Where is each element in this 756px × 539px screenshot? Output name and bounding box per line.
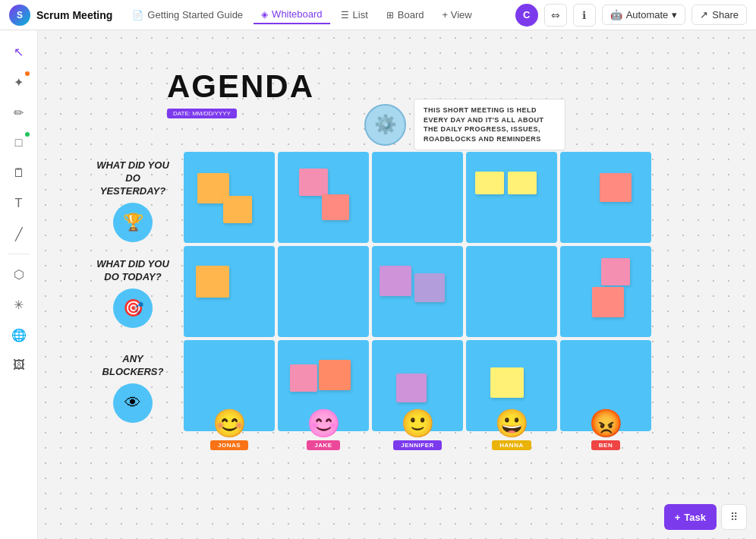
share-button[interactable]: ↗ Share — [691, 5, 747, 25]
row-label-blockers: ANY BLOCKERS? 👁 — [95, 353, 171, 423]
sticky-note — [414, 273, 445, 302]
cell-r0c4 — [560, 152, 651, 243]
gear-mascot-icon: ⚙️ — [364, 104, 406, 146]
agenda-title: AGENDA — [167, 68, 314, 105]
sidebar-ai-tool[interactable]: ✳ — [5, 291, 33, 318]
doc-icon: 📄 — [132, 10, 143, 20]
avatar-col-jake: 😊 Jake — [278, 410, 369, 450]
bottom-right-actions: + Task ⠿ — [664, 504, 747, 530]
cell-r0c3 — [466, 152, 557, 243]
app-title: Scrum Meeting — [36, 9, 112, 21]
sticky-note — [322, 194, 349, 220]
sidebar-text-tool[interactable]: T — [5, 190, 33, 217]
sidebar-globe-tool[interactable]: 🌐 — [5, 321, 33, 348]
info-icon[interactable]: ℹ — [573, 4, 596, 27]
chevron-down-icon: ▾ — [672, 9, 677, 20]
sticky-note — [600, 173, 632, 202]
sidebar-cursor-tool[interactable]: ↖ — [5, 38, 33, 65]
cell-r1c3 — [466, 246, 557, 337]
name-badge-ben: Ben — [591, 440, 620, 450]
avatar-col-jennifer: 🙂 Jennifer — [372, 410, 463, 450]
sticky-note — [223, 196, 252, 223]
smiley-jennifer: 🙂 — [401, 410, 435, 437]
topbar-right: C ⇔ ℹ 🤖 Automate ▾ ↗ Share — [515, 4, 747, 27]
cell-r1c0 — [184, 246, 275, 337]
sticky-note — [196, 266, 229, 298]
orange-dot — [25, 71, 30, 76]
sidebar-image-tool[interactable]: 🖼 — [5, 351, 33, 379]
sidebar-magic-tool[interactable]: ✦ — [5, 68, 33, 96]
name-badge-jennifer: Jennifer — [393, 440, 442, 450]
plus-icon: + — [675, 512, 681, 523]
whiteboard-icon: ◈ — [261, 9, 268, 20]
cell-r0c0 — [184, 152, 275, 243]
cell-r1c4 — [560, 246, 651, 337]
row-label-yesterday: WHAT DID YOU DO YESTERDAY? 🏆 — [95, 159, 171, 242]
share-icon: ↗ — [700, 9, 708, 20]
agenda-header: AGENDA DATE: MM/DD/YYYY — [167, 68, 314, 118]
automate-button[interactable]: 🤖 Automate ▾ — [602, 5, 686, 25]
board-icon: ⊞ — [386, 10, 394, 20]
sidebar-connect-tool[interactable]: ⬡ — [5, 260, 33, 288]
sidebar-pen-tool[interactable]: ✏ — [5, 99, 33, 126]
green-dot — [25, 132, 30, 137]
sticky-note — [490, 367, 524, 398]
sidebar-line-tool[interactable]: ╱ — [5, 220, 33, 247]
sticky-note — [508, 172, 537, 194]
avatar-row: 😊 Jonas 😊 Jake 🙂 Jennifer 😀 Hanna 😡 Ben — [184, 410, 651, 450]
sticky-note — [290, 364, 317, 392]
sticky-note — [475, 172, 504, 194]
smiley-ben: 😡 — [589, 410, 623, 437]
sidebar-shape-tool[interactable]: □ — [5, 129, 33, 156]
name-badge-hanna: Hanna — [492, 440, 531, 450]
sticky-note — [396, 374, 427, 402]
smiley-hanna: 😀 — [495, 410, 529, 437]
app-logo: S — [9, 5, 30, 26]
name-badge-jonas: Jonas — [210, 440, 248, 450]
topbar: S Scrum Meeting 📄 Getting Started Guide … — [0, 0, 756, 30]
cell-r0c1 — [278, 152, 369, 243]
today-label: WHAT DID YOU DO TODAY? — [95, 258, 171, 284]
sticky-note — [592, 287, 624, 317]
sticky-note — [380, 266, 411, 296]
tab-list[interactable]: ☰ List — [333, 6, 376, 24]
name-badge-jake: Jake — [307, 440, 339, 450]
automate-icon: 🤖 — [610, 9, 622, 20]
blockers-label: ANY BLOCKERS? — [95, 353, 171, 379]
sticky-note — [299, 169, 328, 196]
tab-board[interactable]: ⊞ Board — [379, 6, 432, 24]
target-icon: 🎯 — [113, 288, 153, 328]
cell-r1c2 — [372, 246, 463, 337]
tab-getting-started[interactable]: 📄 Getting Started Guide — [124, 6, 250, 24]
avatar-col-hanna: 😀 Hanna — [466, 410, 557, 450]
fullscreen-icon[interactable]: ⇔ — [544, 4, 567, 27]
info-box: ⚙️ THIS SHORT MEETING IS HELD EVERY DAY … — [364, 99, 565, 150]
list-icon: ☰ — [341, 10, 349, 20]
scrum-grid — [184, 152, 651, 431]
avatar-col-jonas: 😊 Jonas — [184, 410, 275, 450]
sticky-note — [601, 258, 630, 285]
sticky-note — [319, 360, 351, 390]
smiley-jonas: 😊 — [213, 410, 247, 437]
tab-whiteboard[interactable]: ◈ Whiteboard — [254, 5, 329, 24]
sidebar: ↖ ✦ ✏ □ 🗒 T ╱ ⬡ ✳ 🌐 🖼 — [0, 30, 38, 539]
tab-view-add[interactable]: + View — [435, 6, 480, 24]
grid-layout-button[interactable]: ⠿ — [721, 504, 747, 530]
sidebar-divider — [8, 254, 30, 254]
info-text: THIS SHORT MEETING IS HELD EVERY DAY AND… — [414, 99, 565, 150]
sidebar-note-tool[interactable]: 🗒 — [5, 159, 33, 187]
avatar-col-ben: 😡 Ben — [560, 410, 651, 450]
trophy-icon: 🏆 — [113, 203, 153, 242]
cell-r1c1 — [278, 246, 369, 337]
eye-icon: 👁 — [113, 383, 153, 423]
user-avatar[interactable]: C — [515, 4, 538, 27]
date-badge: DATE: MM/DD/YYYY — [167, 109, 237, 118]
row-label-today: WHAT DID YOU DO TODAY? 🎯 — [95, 258, 171, 328]
task-button[interactable]: + Task — [664, 504, 717, 530]
smiley-jake: 😊 — [307, 410, 341, 437]
main-canvas: AGENDA DATE: MM/DD/YYYY ⚙️ THIS SHORT ME… — [38, 30, 756, 539]
yesterday-label: WHAT DID YOU DO YESTERDAY? — [95, 159, 171, 198]
cell-r0c2 — [372, 152, 463, 243]
